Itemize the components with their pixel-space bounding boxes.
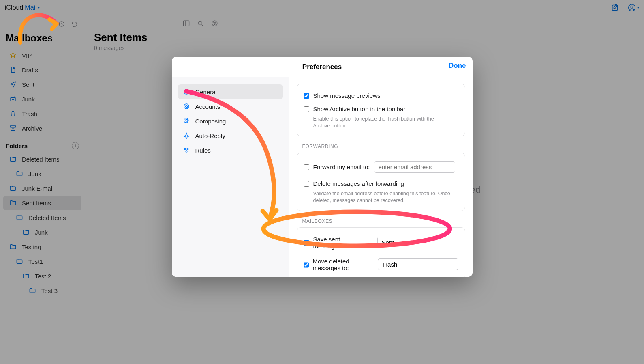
airplane-icon bbox=[182, 131, 190, 140]
row-move-deleted: Move deleted messages to: Trash bbox=[304, 256, 458, 273]
row-show-archive: Show Archive button in the toolbar bbox=[304, 104, 458, 114]
nav-rules[interactable]: Rules bbox=[178, 143, 283, 157]
svg-point-9 bbox=[184, 89, 189, 94]
svg-point-14 bbox=[186, 151, 187, 152]
forwarding-card: Forward my email to: Delete messages aft… bbox=[297, 153, 465, 211]
svg-point-13 bbox=[187, 148, 188, 150]
nav-label: Auto-Reply bbox=[195, 132, 225, 139]
nav-composing[interactable]: Composing bbox=[178, 114, 283, 128]
forward-email-input[interactable] bbox=[374, 161, 455, 173]
done-button[interactable]: Done bbox=[449, 62, 466, 70]
mailboxes-card: Save sent messages in: Sent Move deleted… bbox=[297, 227, 465, 277]
svg-point-12 bbox=[184, 148, 186, 150]
nav-general[interactable]: General bbox=[178, 84, 283, 99]
label-move-deleted: Move deleted messages to: bbox=[313, 258, 374, 271]
at-icon bbox=[182, 102, 190, 110]
modal-title: Preferences bbox=[302, 63, 342, 71]
checkbox-delete-after-fwd[interactable] bbox=[304, 181, 309, 187]
row-delete-after-fwd: Delete messages after forwarding bbox=[304, 179, 458, 189]
label-show-previews: Show message previews bbox=[313, 92, 381, 99]
label-show-archive: Show Archive button in the toolbar bbox=[313, 106, 406, 112]
label-delete-after-fwd: Delete messages after forwarding bbox=[313, 180, 404, 187]
preferences-modal: Preferences Done General Accounts bbox=[172, 57, 473, 277]
row-forward-email: Forward my email to: bbox=[304, 159, 458, 174]
checkbox-move-deleted[interactable] bbox=[304, 262, 309, 268]
checkbox-show-previews[interactable] bbox=[304, 93, 309, 99]
label-forward: Forward my email to: bbox=[313, 164, 370, 170]
checkbox-show-archive[interactable] bbox=[304, 106, 309, 112]
modal-content: Show message previews Show Archive butto… bbox=[289, 77, 473, 277]
save-sent-select[interactable]: Sent bbox=[377, 237, 458, 248]
label-save-sent: Save sent messages in: bbox=[313, 236, 366, 250]
checkbox-forward[interactable] bbox=[304, 164, 309, 170]
nav-accounts[interactable]: Accounts bbox=[178, 99, 283, 114]
row-save-sent: Save sent messages in: Sent bbox=[304, 234, 458, 251]
modal-nav: General Accounts Composing bbox=[172, 77, 289, 277]
move-deleted-value: Trash bbox=[382, 261, 398, 268]
move-deleted-select[interactable]: Trash bbox=[378, 258, 458, 270]
modal-scrim: Preferences Done General Accounts bbox=[0, 0, 644, 364]
modal-header: Preferences Done bbox=[172, 57, 473, 77]
section-forwarding: FORWARDING bbox=[302, 144, 465, 149]
nav-label: Accounts bbox=[195, 103, 220, 110]
nav-auto-reply[interactable]: Auto-Reply bbox=[178, 128, 283, 143]
row-show-previews: Show message previews bbox=[304, 90, 458, 101]
save-sent-value: Sent bbox=[382, 239, 394, 246]
nav-label: General bbox=[195, 88, 217, 95]
check-circle-icon bbox=[182, 88, 190, 96]
viewing-card: Show message previews Show Archive butto… bbox=[297, 84, 465, 136]
svg-point-10 bbox=[185, 106, 187, 108]
section-mailboxes: MAILBOXES bbox=[302, 218, 465, 224]
nav-label: Rules bbox=[195, 147, 211, 154]
nav-label: Composing bbox=[195, 118, 226, 125]
hint-show-archive: Enable this option to replace the Trash … bbox=[313, 116, 451, 129]
hint-delete-after-fwd: Validate the email address before enabli… bbox=[313, 190, 451, 204]
checkbox-save-sent[interactable] bbox=[304, 240, 309, 246]
rules-icon bbox=[182, 146, 190, 154]
modal-body: General Accounts Composing bbox=[172, 77, 473, 277]
compose-small-icon bbox=[182, 117, 190, 125]
